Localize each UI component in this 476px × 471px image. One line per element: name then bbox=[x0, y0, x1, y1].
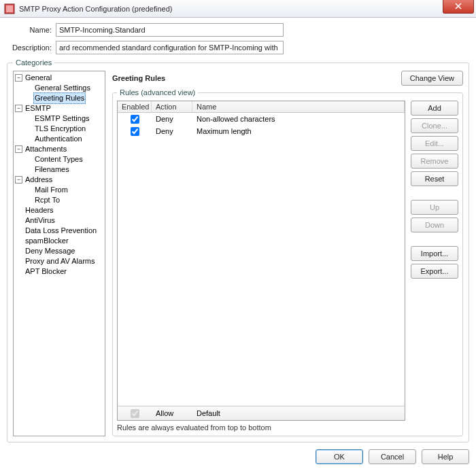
row-name: Maximum length bbox=[192, 127, 405, 135]
close-icon bbox=[455, 3, 462, 10]
collapse-icon[interactable]: − bbox=[15, 176, 22, 184]
tree-item-apt-blocker[interactable]: APT Blocker bbox=[15, 266, 105, 277]
tree-item-filenames[interactable]: Filenames bbox=[24, 164, 105, 175]
description-input[interactable] bbox=[56, 41, 284, 54]
evaluation-note: Rules are always evaluated from top to b… bbox=[117, 423, 458, 432]
tree-item-esmtp[interactable]: − ESMTP bbox=[15, 103, 105, 114]
default-name: Default bbox=[192, 409, 405, 417]
tree-item-general-settings[interactable]: General Settings bbox=[24, 83, 105, 93]
tree-item-proxy-av-alarms[interactable]: Proxy and AV Alarms bbox=[15, 256, 105, 266]
tree-item-dlp[interactable]: Data Loss Prevention bbox=[15, 226, 105, 236]
tree-item-mail-from[interactable]: Mail From bbox=[24, 185, 105, 195]
tree-item-headers[interactable]: Headers bbox=[15, 205, 105, 215]
tree-item-tls-encryption[interactable]: TLS Encryption bbox=[24, 124, 105, 134]
change-view-button[interactable]: Change View bbox=[401, 71, 463, 86]
up-button[interactable]: Up bbox=[411, 200, 458, 215]
col-action[interactable]: Action bbox=[152, 101, 192, 112]
table-default-row: Allow Default bbox=[118, 406, 405, 420]
svg-rect-1 bbox=[6, 5, 13, 12]
default-action: Allow bbox=[152, 409, 192, 417]
reset-button[interactable]: Reset bbox=[411, 171, 458, 186]
tree-item-rcpt-to[interactable]: Rcpt To bbox=[24, 195, 105, 205]
title-bar: SMTP Proxy Action Configuration (predefi… bbox=[0, 0, 476, 18]
cancel-button[interactable]: Cancel bbox=[369, 449, 416, 464]
categories-legend: Categories bbox=[13, 58, 54, 67]
row-action: Deny bbox=[152, 115, 192, 123]
tree-item-attachments[interactable]: − Attachments bbox=[15, 144, 105, 154]
panel-heading: Greeting Rules bbox=[112, 74, 401, 82]
remove-button[interactable]: Remove bbox=[411, 154, 458, 169]
window-title: SMTP Proxy Action Configuration (predefi… bbox=[19, 5, 172, 13]
default-enabled-checkbox bbox=[131, 409, 139, 418]
rules-table[interactable]: Enabled Action Name Deny Non-allowed cha… bbox=[117, 101, 405, 421]
col-name[interactable]: Name bbox=[192, 101, 405, 112]
tree-item-authentication[interactable]: Authentication bbox=[24, 134, 105, 144]
description-label: Description: bbox=[7, 43, 52, 52]
rules-fieldset: Rules (advanced view) Enabled Action Nam… bbox=[112, 88, 463, 436]
col-enabled[interactable]: Enabled bbox=[118, 101, 152, 112]
categories-tree[interactable]: − General General Settings Greeting Rule… bbox=[13, 71, 105, 436]
dialog-buttons: OK Cancel Help bbox=[7, 449, 469, 464]
tree-item-deny-message[interactable]: Deny Message bbox=[15, 246, 105, 256]
tree-item-greeting-rules[interactable]: Greeting Rules bbox=[24, 93, 105, 103]
name-input[interactable] bbox=[56, 23, 284, 37]
row-enabled-checkbox[interactable] bbox=[131, 115, 139, 124]
down-button[interactable]: Down bbox=[411, 217, 458, 232]
app-icon bbox=[4, 3, 15, 14]
tree-item-general[interactable]: − General bbox=[15, 73, 105, 83]
close-button[interactable] bbox=[443, 0, 474, 14]
edit-button[interactable]: Edit... bbox=[411, 136, 458, 151]
table-header: Enabled Action Name bbox=[118, 101, 405, 113]
collapse-icon[interactable]: − bbox=[15, 105, 22, 112]
tree-item-content-types[interactable]: Content Types bbox=[24, 154, 105, 164]
clone-button[interactable]: Clone... bbox=[411, 118, 458, 133]
import-button[interactable]: Import... bbox=[411, 246, 458, 261]
collapse-icon[interactable]: − bbox=[15, 145, 22, 153]
row-name: Non-allowed characters bbox=[192, 115, 405, 123]
table-row[interactable]: Deny Non-allowed characters bbox=[118, 113, 405, 125]
tree-item-spamblocker[interactable]: spamBlocker bbox=[15, 236, 105, 246]
help-button[interactable]: Help bbox=[422, 449, 469, 464]
add-button[interactable]: Add bbox=[411, 101, 458, 116]
categories-fieldset: Categories − General General Settings bbox=[7, 58, 469, 442]
tree-item-esmtp-settings[interactable]: ESMTP Settings bbox=[24, 114, 105, 124]
rules-legend: Rules (advanced view) bbox=[117, 88, 198, 97]
tree-item-antivirus[interactable]: AntiVirus bbox=[15, 215, 105, 226]
ok-button[interactable]: OK bbox=[316, 449, 363, 464]
export-button[interactable]: Export... bbox=[411, 264, 458, 279]
collapse-icon[interactable]: − bbox=[15, 74, 22, 82]
row-enabled-checkbox[interactable] bbox=[131, 127, 139, 136]
row-action: Deny bbox=[152, 127, 192, 135]
table-row[interactable]: Deny Maximum length bbox=[118, 125, 405, 137]
name-label: Name: bbox=[7, 26, 52, 34]
tree-item-address[interactable]: − Address bbox=[15, 175, 105, 185]
rules-side-buttons: Add Clone... Edit... Remove Reset Up Dow… bbox=[411, 101, 458, 421]
